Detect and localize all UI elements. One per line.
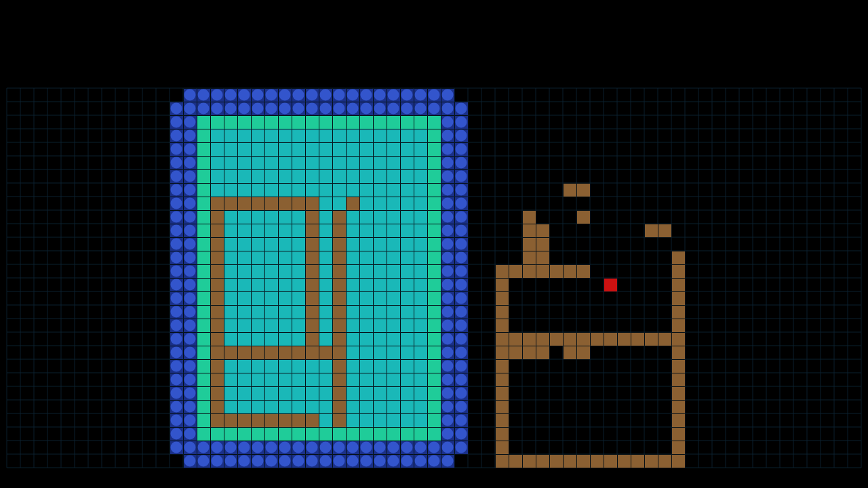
grid-canvas[interactable] (0, 0, 868, 488)
